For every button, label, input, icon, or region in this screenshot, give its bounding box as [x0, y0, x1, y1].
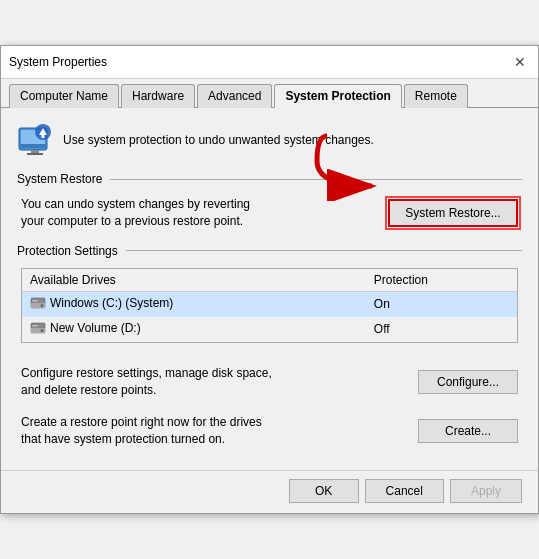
col-drives: Available Drives: [22, 269, 366, 292]
svg-point-15: [41, 329, 44, 332]
tab-system-protection[interactable]: System Protection: [274, 84, 401, 108]
protection-status-d: Off: [366, 317, 517, 342]
tab-remote[interactable]: Remote: [404, 84, 468, 108]
protection-settings-section: Protection Settings Available Drives Pro…: [17, 244, 522, 343]
svg-rect-12: [32, 300, 38, 302]
protection-table: Available Drives Protection: [22, 269, 517, 342]
system-restore-row: You can undo system changes by reverting…: [17, 196, 522, 230]
create-button[interactable]: Create...: [418, 419, 518, 443]
svg-point-11: [41, 304, 44, 307]
cancel-button[interactable]: Cancel: [365, 479, 444, 503]
protection-status-c: On: [366, 291, 517, 317]
svg-rect-4: [27, 153, 43, 155]
system-restore-header: System Restore: [17, 172, 522, 186]
configure-row: Configure restore settings, manage disk …: [17, 357, 522, 407]
tabs-bar: Computer Name Hardware Advanced System P…: [1, 79, 538, 108]
system-restore-title: System Restore: [17, 172, 102, 186]
drive-cell-1: Windows (C:) (System): [22, 291, 366, 317]
tab-computer-name[interactable]: Computer Name: [9, 84, 119, 108]
system-restore-section: System Restore You can undo system chang…: [17, 172, 522, 230]
system-protection-icon: [17, 122, 53, 158]
protection-table-container: Available Drives Protection: [21, 268, 518, 343]
tab-advanced[interactable]: Advanced: [197, 84, 272, 108]
create-description: Create a restore point right now for the…: [21, 414, 281, 448]
hdd-icon: [30, 296, 46, 310]
main-content: Use system protection to undo unwanted s…: [1, 108, 538, 466]
footer: OK Cancel Apply: [1, 470, 538, 513]
close-button[interactable]: ✕: [510, 52, 530, 72]
table-row[interactable]: Windows (C:) (System) On: [22, 291, 517, 317]
drive-icon-d: New Volume (D:): [30, 321, 141, 335]
drive-name-d: New Volume (D:): [50, 321, 141, 335]
drive-name-c: Windows (C:) (System): [50, 296, 173, 310]
svg-rect-16: [32, 325, 38, 327]
tab-hardware[interactable]: Hardware: [121, 84, 195, 108]
drive-icon-c: Windows (C:) (System): [30, 296, 173, 310]
col-protection: Protection: [366, 269, 517, 292]
svg-rect-3: [31, 150, 39, 153]
system-restore-button[interactable]: System Restore...: [388, 199, 518, 227]
table-row[interactable]: New Volume (D:) Off: [22, 317, 517, 342]
system-properties-window: System Properties ✕ Computer Name Hardwa…: [0, 45, 539, 514]
configure-description: Configure restore settings, manage disk …: [21, 365, 281, 399]
info-banner-text: Use system protection to undo unwanted s…: [63, 133, 374, 147]
protection-settings-header: Protection Settings: [17, 244, 522, 258]
ok-button[interactable]: OK: [289, 479, 359, 503]
system-restore-button-wrapper: System Restore...: [388, 199, 518, 227]
configure-button[interactable]: Configure...: [418, 370, 518, 394]
section-divider: [110, 179, 522, 180]
drive-cell-2: New Volume (D:): [22, 317, 366, 342]
system-restore-description: You can undo system changes by reverting…: [21, 196, 271, 230]
apply-button[interactable]: Apply: [450, 479, 522, 503]
create-row: Create a restore point right now for the…: [17, 406, 522, 456]
svg-rect-2: [19, 144, 47, 148]
hdd-icon-d: [30, 321, 46, 335]
svg-rect-7: [42, 135, 45, 138]
window-title: System Properties: [9, 55, 107, 69]
protection-settings-title: Protection Settings: [17, 244, 118, 258]
section-divider-2: [126, 250, 522, 251]
title-bar: System Properties ✕: [1, 46, 538, 79]
info-banner: Use system protection to undo unwanted s…: [17, 122, 522, 158]
